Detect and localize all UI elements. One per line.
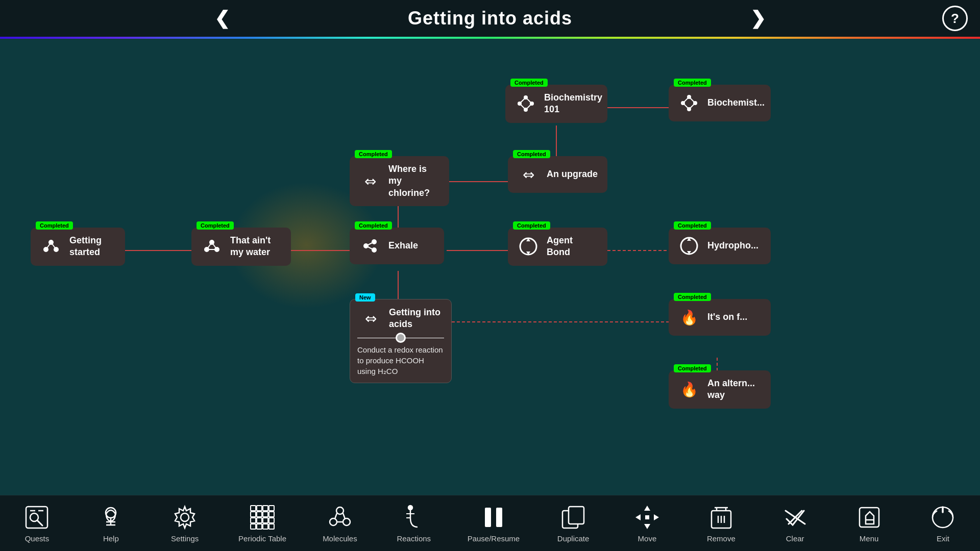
quest-card-biochemistry101[interactable]: Completed Biochemistry 101 xyxy=(505,85,607,123)
svg-rect-45 xyxy=(26,507,47,528)
help-button[interactable]: ? xyxy=(942,6,968,31)
remove-icon xyxy=(707,504,735,531)
toolbar: Quests Help Settings xyxy=(0,495,980,551)
molecule-icon xyxy=(514,92,537,115)
quest-card-getting-started[interactable]: Completed Getting started xyxy=(31,228,125,266)
pause-icon xyxy=(480,504,507,531)
toolbar-pause[interactable]: Pause/Resume xyxy=(468,504,520,543)
quest-card-that-aint[interactable]: Completed That ain't my water xyxy=(191,228,291,266)
remove-label: Remove xyxy=(707,534,736,543)
badge-biochemistry101: Completed xyxy=(510,79,548,87)
badge-agent-bond: Completed xyxy=(513,221,550,230)
arrows-icon: ⇔ xyxy=(359,170,381,192)
molecule-icon3 xyxy=(40,235,62,258)
prev-arrow[interactable]: ❮ xyxy=(214,8,230,29)
svg-line-23 xyxy=(683,97,689,103)
page-title: Getting into acids xyxy=(408,8,572,29)
duplicate-label: Duplicate xyxy=(557,534,590,543)
toolbar-help[interactable]: Help xyxy=(90,504,131,543)
settings-label: Settings xyxy=(171,534,199,543)
quest-card-hydropho[interactable]: Completed Hydropho... xyxy=(669,228,771,264)
svg-line-25 xyxy=(689,103,695,109)
svg-line-30 xyxy=(46,242,51,249)
clear-label: Clear xyxy=(786,534,804,543)
next-arrow[interactable]: ❯ xyxy=(750,8,766,29)
svg-rect-68 xyxy=(257,524,262,529)
periodic-label: Periodic Table xyxy=(238,534,286,543)
svg-line-47 xyxy=(37,520,42,525)
svg-rect-80 xyxy=(485,508,491,527)
svg-rect-70 xyxy=(269,524,274,529)
quest-card-an-upgrade[interactable]: Completed ⇔ An upgrade xyxy=(508,156,607,193)
connectors xyxy=(0,39,980,495)
svg-rect-61 xyxy=(263,512,268,517)
molecules-label: Molecules xyxy=(323,534,357,543)
svg-rect-62 xyxy=(269,512,274,517)
fire-icon: 🔥 xyxy=(678,306,700,329)
toolbar-reactions[interactable]: Reactions xyxy=(394,504,434,543)
badge-biochemistry102: Completed xyxy=(674,79,711,87)
svg-rect-83 xyxy=(569,507,584,524)
toolbar-molecules[interactable]: Molecules xyxy=(320,504,360,543)
card-divider xyxy=(357,338,444,338)
menu-label: Menu xyxy=(860,534,879,543)
help-label: Help xyxy=(103,534,119,543)
exit-label: Exit xyxy=(937,534,949,543)
svg-rect-56 xyxy=(257,506,262,511)
svg-rect-63 xyxy=(251,518,256,523)
quests-label: Quests xyxy=(25,534,50,543)
toolbar-exit[interactable]: Exit xyxy=(922,504,963,543)
toolbar-duplicate[interactable]: Duplicate xyxy=(553,504,594,543)
svg-line-15 xyxy=(520,97,526,104)
svg-rect-65 xyxy=(263,518,268,523)
quest-card-agent-bond[interactable]: Completed Agent Bond xyxy=(508,228,607,266)
quest-card-where-chlorine[interactable]: Completed ⇔ Where is my chlorine? xyxy=(350,156,449,206)
svg-marker-84 xyxy=(644,506,650,511)
card-title: Getting into acids xyxy=(389,307,442,331)
exit-icon xyxy=(929,504,957,531)
molecule-icon5 xyxy=(359,235,381,257)
svg-line-31 xyxy=(51,242,56,249)
svg-line-18 xyxy=(520,104,526,110)
rainbow-bar xyxy=(0,37,980,39)
quest-card-getting-into-acids[interactable]: New ⇔ Getting into acids Conduct a redox… xyxy=(350,299,452,383)
toolbar-settings[interactable]: Settings xyxy=(164,504,205,543)
svg-rect-66 xyxy=(269,518,274,523)
card-title: Biochemist... xyxy=(707,97,765,109)
move-icon xyxy=(633,504,661,531)
svg-marker-85 xyxy=(644,524,650,529)
svg-line-24 xyxy=(689,97,695,103)
toolbar-remove[interactable]: Remove xyxy=(701,504,742,543)
card-title: Exhale xyxy=(388,240,418,252)
molecule-icon2 xyxy=(678,92,700,114)
svg-line-35 xyxy=(207,242,212,249)
quest-card-its-on[interactable]: Completed 🔥 It's on f... xyxy=(669,299,771,336)
quest-card-biochemistry102[interactable]: Completed Biochemist... xyxy=(669,85,771,121)
move-label: Move xyxy=(638,534,657,543)
toolbar-quests[interactable]: Quests xyxy=(16,504,57,543)
pause-label: Pause/Resume xyxy=(468,534,520,543)
toolbar-clear[interactable]: Clear xyxy=(775,504,816,543)
svg-rect-64 xyxy=(257,518,262,523)
fire-icon2: 🔥 xyxy=(678,378,700,400)
badge-its-on: Completed xyxy=(674,293,711,301)
svg-line-16 xyxy=(526,97,532,104)
card-title: Hydropho... xyxy=(707,240,758,252)
toolbar-move[interactable]: Move xyxy=(627,504,668,543)
svg-line-17 xyxy=(526,104,532,110)
toolbar-periodic[interactable]: Periodic Table xyxy=(238,504,286,543)
card-title: Agent Bond xyxy=(547,235,598,259)
svg-rect-60 xyxy=(257,512,262,517)
circle-arrows-icon xyxy=(517,235,540,258)
toolbar-menu[interactable]: Menu xyxy=(849,504,890,543)
quest-card-exhale[interactable]: Completed Exhale xyxy=(350,228,444,264)
svg-point-73 xyxy=(343,518,350,525)
svg-rect-81 xyxy=(496,508,502,527)
svg-point-54 xyxy=(181,513,189,521)
card-title: That ain't my water xyxy=(230,235,282,259)
quest-card-altern-way[interactable]: Completed 🔥 An altern... way xyxy=(669,370,771,409)
menu-icon xyxy=(855,504,883,531)
progress-indicator xyxy=(396,333,406,343)
badge-hydropho: Completed xyxy=(674,221,711,230)
arrows-icon3: ⇔ xyxy=(359,307,382,330)
